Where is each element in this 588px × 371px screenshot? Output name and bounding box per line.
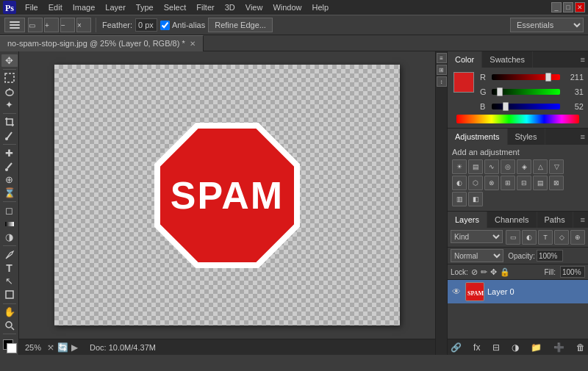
tab-layers[interactable]: Layers	[448, 212, 487, 228]
layer-filter-pixel-icon[interactable]: ▭	[506, 230, 520, 245]
tab-paths[interactable]: Paths	[537, 212, 573, 228]
tab-styles[interactable]: Styles	[508, 129, 545, 145]
move-tool[interactable]: ✥	[1, 54, 18, 67]
intersect-selection-btn[interactable]: ×	[76, 18, 91, 32]
green-slider-track[interactable]	[492, 89, 560, 95]
close-button[interactable]: ✕	[575, 2, 585, 12]
red-slider-track[interactable]	[492, 74, 560, 80]
menu-help[interactable]: Help	[308, 1, 334, 13]
layer-item[interactable]: 👁 SPAM Layer 0	[448, 280, 588, 303]
crop-tool[interactable]	[1, 116, 18, 129]
maximize-button[interactable]: □	[563, 2, 573, 12]
photo-filter-icon[interactable]: ⬡	[468, 176, 483, 190]
path-select-tool[interactable]: ↖	[1, 275, 18, 287]
shape-tool[interactable]	[1, 288, 18, 300]
workspace-select[interactable]: Essentials	[510, 18, 584, 32]
posterize-icon[interactable]: ▤	[533, 176, 548, 190]
dodge-tool[interactable]: ◑	[1, 231, 18, 243]
close-tab-icon[interactable]: ✕	[190, 40, 196, 48]
lasso-tool[interactable]	[1, 85, 18, 98]
red-slider-thumb[interactable]	[545, 73, 551, 82]
marquee-tool[interactable]	[1, 72, 18, 84]
menu-file[interactable]: File	[21, 1, 43, 13]
layer-kind-select[interactable]: Kind	[451, 230, 503, 243]
layer-filter-type-icon[interactable]: T	[538, 230, 553, 245]
menu-edit[interactable]: Edit	[44, 1, 67, 13]
tool-options-menu[interactable]	[4, 18, 25, 32]
opacity-input[interactable]	[537, 250, 563, 262]
delete-layer-icon[interactable]: 🗑	[576, 342, 585, 353]
document-tab[interactable]: no-spam-stop-sign.jpg @ 25% (Layer 0, RG…	[0, 35, 204, 51]
magic-wand-tool[interactable]: ✦	[1, 98, 18, 111]
eyedropper-tool[interactable]	[1, 129, 18, 142]
tab-swatches[interactable]: Swatches	[482, 51, 533, 68]
healing-tool[interactable]: ✚	[1, 147, 18, 159]
anti-alias-checkbox[interactable]	[160, 21, 170, 30]
clone-stamp-tool[interactable]: ⊕	[1, 173, 18, 186]
gradient-tool[interactable]	[1, 217, 18, 230]
eraser-tool[interactable]: ◻	[1, 204, 18, 217]
add-selection-btn[interactable]: +	[44, 18, 59, 32]
channel-mixer-icon[interactable]: ⊗	[484, 176, 499, 190]
lock-all-icon[interactable]: 🔒	[500, 267, 510, 277]
lock-image-icon[interactable]: ✏	[481, 267, 487, 277]
minimize-button[interactable]: _	[551, 2, 562, 12]
layer-visibility-icon[interactable]: 👁	[451, 286, 462, 298]
hand-tool[interactable]: ✋	[1, 306, 18, 318]
selective-color-icon[interactable]: ◧	[468, 192, 483, 206]
subtract-selection-btn[interactable]: −	[60, 18, 75, 32]
brightness-contrast-icon[interactable]: ☀	[452, 159, 467, 174]
layer-mask-icon[interactable]: ⊟	[492, 342, 500, 353]
menu-type[interactable]: Type	[132, 1, 158, 13]
color-swatches[interactable]	[1, 338, 18, 352]
tab-channels[interactable]: Channels	[487, 212, 537, 228]
anti-alias-checkbox-label[interactable]: Anti-alias	[160, 21, 205, 30]
new-selection-btn[interactable]: ▭	[28, 18, 43, 32]
tab-color[interactable]: Color	[448, 51, 482, 68]
curves-icon[interactable]: ∿	[484, 159, 499, 174]
layer-filter-adjust-icon[interactable]: ◐	[522, 230, 537, 245]
text-tool[interactable]: T	[1, 262, 18, 274]
feather-input[interactable]	[135, 18, 157, 32]
blue-slider-thumb[interactable]	[503, 102, 509, 111]
mini-btn-2[interactable]: ⊞	[437, 65, 447, 75]
gradient-map-icon[interactable]: ▥	[452, 192, 467, 206]
lock-position-icon[interactable]: ✥	[490, 267, 497, 277]
menu-3d[interactable]: 3D	[220, 1, 240, 13]
nav-prev-icon[interactable]: ⤧	[47, 342, 54, 353]
brush-tool[interactable]	[1, 160, 18, 173]
blue-slider-track[interactable]	[492, 104, 560, 109]
new-layer-icon[interactable]: ➕	[553, 342, 564, 353]
hue-sat-icon[interactable]: △	[533, 159, 548, 174]
mini-btn-1[interactable]: ≡	[437, 53, 447, 63]
layer-group-icon[interactable]: 📁	[531, 342, 542, 353]
layer-filter-smart-icon[interactable]: ⊕	[570, 230, 585, 245]
zoom-tool[interactable]	[1, 319, 18, 331]
history-brush-tool[interactable]: ⌛	[1, 187, 18, 199]
levels-icon[interactable]: ▤	[468, 159, 483, 174]
layer-style-icon[interactable]: fx	[473, 342, 480, 353]
color-preview-swatch[interactable]	[453, 72, 474, 93]
blend-mode-select[interactable]: Normal	[451, 249, 503, 262]
menu-image[interactable]: Image	[68, 1, 100, 13]
menu-filter[interactable]: Filter	[192, 1, 218, 13]
nav-next-icon[interactable]: ▶	[71, 342, 78, 353]
green-slider-thumb[interactable]	[497, 87, 503, 96]
layer-link-icon[interactable]: 🔗	[451, 342, 462, 353]
exposure-icon[interactable]: ◎	[501, 159, 515, 174]
color-spectrum-bar[interactable]	[456, 115, 579, 123]
adjustments-panel-collapse[interactable]: ≡	[578, 132, 588, 141]
mini-btn-3[interactable]: ↕	[437, 76, 447, 87]
layer-filter-shape-icon[interactable]: ◇	[554, 230, 569, 245]
invert-icon[interactable]: ⊟	[517, 176, 531, 190]
lock-transparent-icon[interactable]: ⊘	[471, 267, 478, 277]
refine-edge-button[interactable]: Refine Edge...	[208, 18, 273, 32]
menu-window[interactable]: Window	[268, 1, 306, 13]
pen-tool[interactable]	[1, 248, 18, 261]
canvas-wrapper[interactable]: SPAM	[19, 51, 435, 339]
nav-info-icon[interactable]: 🔄	[57, 342, 68, 353]
color-lookup-icon[interactable]: ⊞	[501, 176, 515, 190]
tab-adjustments[interactable]: Adjustments	[448, 129, 508, 145]
layer-fill-icon[interactable]: ◑	[512, 342, 519, 353]
color-panel-collapse[interactable]: ≡	[578, 55, 588, 64]
